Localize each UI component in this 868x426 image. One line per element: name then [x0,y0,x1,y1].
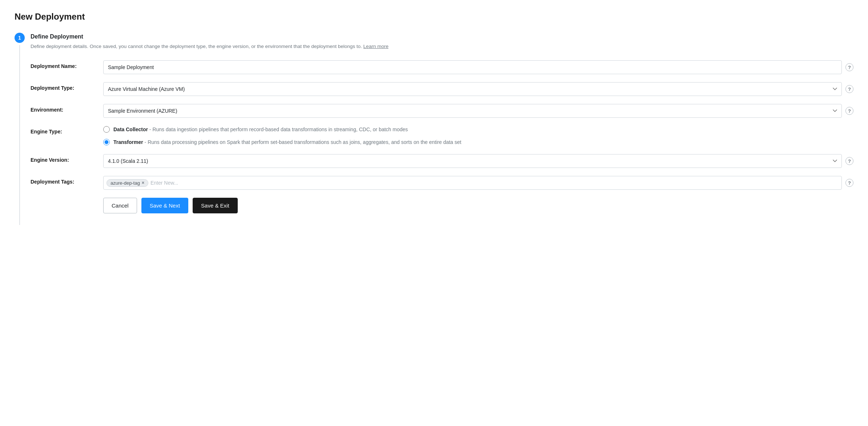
transformer-name: Transformer [113,139,143,145]
engine-version-control: 4.1.0 (Scala 2.11) ? [103,154,853,168]
environment-group: Environment: Sample Environment (AZURE) … [31,104,853,118]
deployment-tags-help-icon[interactable]: ? [845,179,853,187]
engine-type-transformer[interactable]: Transformer - Runs data processing pipel… [103,138,842,146]
tag-label: azure-dep-tag [110,180,140,186]
transformer-radio[interactable] [103,139,110,145]
data-collector-description: - Runs data ingestion pipelines that per… [149,126,408,132]
step-line [19,45,20,225]
section-title: Define Deployment [31,32,853,40]
engine-version-select[interactable]: 4.1.0 (Scala 2.11) [103,154,842,168]
engine-version-label: Engine Version: [31,154,103,163]
deployment-type-label: Deployment Type: [31,82,103,91]
tags-input-area[interactable]: azure-dep-tag × [103,176,842,190]
engine-version-help-icon[interactable]: ? [845,157,853,165]
engine-type-label: Engine Type: [31,126,103,134]
deployment-tags-group: Deployment Tags: azure-dep-tag × ? [31,176,853,190]
deployment-type-select[interactable]: Azure Virtual Machine (Azure VM) [103,82,842,96]
tag-new-input[interactable] [150,180,839,186]
engine-type-options: Data Collector - Runs data ingestion pip… [103,126,842,146]
deployment-name-group: Deployment Name: ? [31,60,853,74]
deployment-name-control: ? [103,60,853,74]
deployment-name-label: Deployment Name: [31,60,103,69]
form-actions: Cancel Save & Next Save & Exit [103,198,853,213]
environment-select[interactable]: Sample Environment (AZURE) [103,104,842,118]
deployment-tags-label: Deployment Tags: [31,176,103,185]
step-number: 1 [15,33,25,43]
data-collector-radio[interactable] [103,126,110,133]
save-exit-button[interactable]: Save & Exit [193,198,238,213]
engine-type-group: Engine Type: Data Collector - Runs data … [31,126,853,146]
data-collector-name: Data Collector [113,126,148,132]
deployment-type-help-icon[interactable]: ? [845,85,853,93]
learn-more-link[interactable]: Learn more [363,44,389,49]
page-title: New Deployment [15,12,853,22]
engine-version-group: Engine Version: 4.1.0 (Scala 2.11) ? [31,154,853,168]
deployment-type-group: Deployment Type: Azure Virtual Machine (… [31,82,853,96]
deployment-type-control: Azure Virtual Machine (Azure VM) ? [103,82,853,96]
section-description: Define deployment details. Once saved, y… [31,43,853,50]
engine-type-control: Data Collector - Runs data ingestion pip… [103,126,853,146]
save-next-button[interactable]: Save & Next [141,198,188,213]
tag-azure-dep-tag: azure-dep-tag × [107,179,148,187]
environment-help-icon[interactable]: ? [845,107,853,115]
environment-control: Sample Environment (AZURE) ? [103,104,853,118]
tag-remove-button[interactable]: × [142,181,144,185]
deployment-tags-control: azure-dep-tag × ? [103,176,853,190]
engine-type-data-collector[interactable]: Data Collector - Runs data ingestion pip… [103,126,842,133]
deployment-name-help-icon[interactable]: ? [845,63,853,71]
transformer-description: - Runs data processing pipelines on Spar… [145,139,462,145]
environment-label: Environment: [31,104,103,113]
cancel-button[interactable]: Cancel [103,198,137,213]
deployment-name-input[interactable] [103,60,842,74]
